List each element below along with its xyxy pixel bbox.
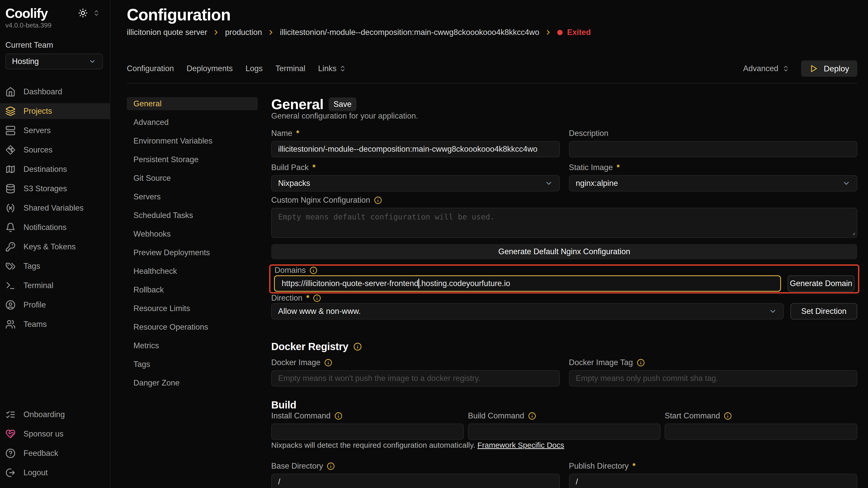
menu-item-preview-deployments[interactable]: Preview Deployments	[127, 246, 258, 259]
tab-configuration[interactable]: Configuration	[127, 64, 174, 73]
label-text: Docker Image Tag	[569, 358, 633, 367]
deploy-button[interactable]: Deploy	[801, 60, 857, 77]
menu-item-git-source[interactable]: Git Source	[127, 171, 258, 185]
menu-item-persistent-storage[interactable]: Persistent Storage	[127, 153, 258, 166]
logout-icon	[5, 467, 16, 478]
sidebar-item-sponsor-us[interactable]: Sponsor us	[0, 426, 110, 442]
app-logo: Coolify	[5, 7, 48, 20]
breadcrumb-environment[interactable]: production	[225, 28, 262, 37]
general-form: General Save General configuration for y…	[271, 97, 857, 488]
home-icon	[5, 87, 16, 97]
generate-domain-button[interactable]: Generate Domain	[787, 275, 855, 292]
menu-item-environment-variables[interactable]: Environment Variables	[127, 134, 258, 148]
layers-icon	[5, 106, 16, 116]
menu-item-danger-zone[interactable]: Danger Zone	[127, 376, 258, 389]
help-circle-icon	[5, 448, 16, 458]
base-directory-input[interactable]	[271, 474, 560, 488]
menu-item-servers[interactable]: Servers	[127, 190, 258, 203]
chevron-down-icon	[769, 307, 777, 315]
sidebar-item-servers[interactable]: Servers	[0, 123, 110, 138]
sidebar-item-keys-tokens[interactable]: Keys & Tokens	[0, 239, 110, 255]
static-image-label: Static Image*	[569, 163, 858, 172]
label-text: Base Directory	[271, 461, 323, 471]
sidebar-item-label: Logout	[24, 468, 48, 477]
build-command-input[interactable]	[468, 423, 660, 440]
breadcrumb-application[interactable]: illicitestonion/-module--decomposition:m…	[280, 28, 539, 37]
sidebar-item-tags[interactable]: Tags	[0, 258, 110, 274]
build-pack-label: Build Pack*	[271, 163, 560, 172]
sidebar-chevrons-up-down-icon[interactable]	[93, 9, 100, 17]
build-pack-select[interactable]: Nixpacks	[271, 175, 560, 192]
heart-handshake-icon	[5, 429, 16, 439]
set-direction-button[interactable]: Set Direction	[790, 303, 857, 320]
menu-item-scheduled-tasks[interactable]: Scheduled Tasks	[127, 209, 258, 222]
sidebar-item-dashboard[interactable]: Dashboard	[0, 84, 110, 100]
sidebar-item-label: Sources	[24, 145, 53, 155]
server-icon	[5, 125, 16, 136]
advanced-select[interactable]: Advanced	[743, 64, 790, 73]
domains-label: Domains	[275, 266, 855, 275]
sidebar-item-label: Projects	[24, 106, 52, 116]
menu-item-resource-limits[interactable]: Resource Limits	[127, 302, 258, 315]
save-button[interactable]: Save	[329, 97, 356, 111]
sidebar-item-label: Dashboard	[24, 87, 62, 96]
configuration-content: General Advanced Environment Variables P…	[127, 97, 857, 488]
custom-nginx-textarea[interactable]	[271, 208, 857, 238]
menu-item-advanced[interactable]: Advanced	[127, 116, 258, 129]
direction-select[interactable]: Allow www & non-www.	[271, 303, 784, 320]
label-text: Publish Directory	[569, 461, 629, 471]
static-image-select[interactable]: nginx:alpine	[569, 175, 858, 192]
tab-terminal[interactable]: Terminal	[276, 64, 305, 73]
current-team-label: Current Team	[5, 40, 105, 50]
menu-item-general[interactable]: General	[127, 97, 258, 110]
sidebar-item-notifications[interactable]: Notifications	[0, 220, 110, 235]
sidebar-item-label: Feedback	[24, 449, 58, 458]
sidebar-item-onboarding[interactable]: Onboarding	[0, 407, 110, 422]
menu-item-resource-operations[interactable]: Resource Operations	[127, 321, 258, 333]
menu-item-healthcheck[interactable]: Healthcheck	[127, 265, 258, 278]
name-input[interactable]	[271, 141, 560, 157]
label-text: Docker Image	[271, 358, 320, 367]
domains-value-prefix: https://illicitonion-quote-server-fronte…	[282, 279, 418, 288]
map-icon	[5, 164, 16, 174]
label-text: Nixpacks will detect the required config…	[271, 441, 475, 449]
domains-input[interactable]: https://illicitonion-quote-server-fronte…	[274, 275, 781, 292]
menu-item-tags[interactable]: Tags	[127, 358, 258, 371]
label-text: Start Command	[665, 411, 720, 420]
sidebar-item-sources[interactable]: Sources	[0, 142, 110, 158]
sidebar-item-teams[interactable]: Teams	[0, 317, 110, 332]
sidebar-item-feedback[interactable]: Feedback	[0, 446, 110, 461]
sidebar-item-profile[interactable]: Profile	[0, 297, 110, 313]
required-asterisk: *	[306, 293, 309, 303]
menu-item-rollback[interactable]: Rollback	[127, 283, 258, 296]
tab-links[interactable]: Links	[318, 64, 346, 73]
start-command-input[interactable]	[665, 423, 857, 440]
generate-nginx-button[interactable]: Generate Default Nginx Configuration	[271, 244, 857, 259]
sidebar-item-logout[interactable]: Logout	[0, 465, 110, 481]
sidebar-item-destinations[interactable]: Destinations	[0, 161, 110, 177]
publish-directory-input[interactable]	[569, 474, 858, 488]
info-icon	[313, 294, 321, 302]
install-command-input[interactable]	[271, 423, 464, 440]
info-icon	[637, 359, 645, 367]
theme-toggle-sun-icon[interactable]	[78, 8, 88, 18]
sidebar-item-s3-storages[interactable]: S3 Storages	[0, 181, 110, 197]
user-circle-icon	[5, 300, 16, 310]
status-text: Exited	[567, 28, 591, 37]
description-input[interactable]	[569, 141, 858, 157]
chevron-right-icon	[545, 29, 552, 36]
docker-image-tag-input[interactable]	[569, 370, 858, 387]
sidebar-item-terminal[interactable]: Terminal	[0, 278, 110, 293]
menu-item-metrics[interactable]: Metrics	[127, 339, 258, 352]
framework-docs-link[interactable]: Framework Specific Docs	[477, 441, 564, 449]
menu-item-webhooks[interactable]: Webhooks	[127, 227, 258, 240]
sidebar-item-projects[interactable]: Projects	[0, 103, 110, 119]
sidebar-item-shared-variables[interactable]: Shared Variables	[0, 200, 110, 216]
docker-image-input[interactable]	[271, 370, 560, 387]
tab-deployments[interactable]: Deployments	[187, 64, 233, 73]
breadcrumb-project[interactable]: illicitonion quote server	[127, 28, 207, 37]
domains-highlight-group: Domains https://illicitonion-quote-serve…	[269, 264, 859, 293]
play-icon	[809, 64, 818, 73]
team-select[interactable]: Hosting	[5, 54, 103, 69]
tab-logs[interactable]: Logs	[245, 64, 262, 73]
